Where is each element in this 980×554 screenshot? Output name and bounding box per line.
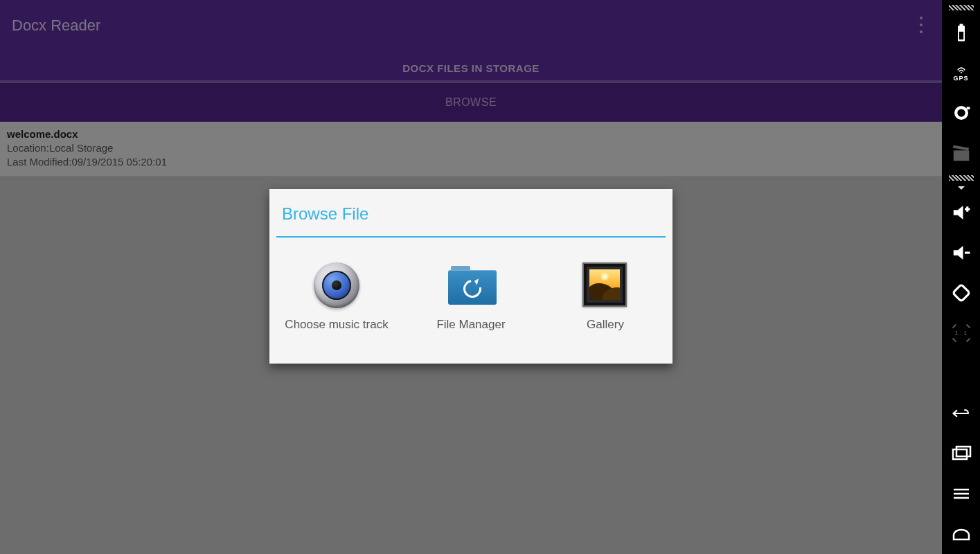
gps-label: GPS	[953, 75, 968, 82]
svg-marker-6	[952, 145, 969, 151]
svg-marker-7	[953, 206, 963, 220]
camera-icon[interactable]	[942, 93, 980, 133]
svg-marker-8	[953, 246, 963, 260]
chevron-down-icon	[942, 183, 980, 193]
rotate-icon[interactable]	[942, 273, 980, 313]
gps-icon[interactable]: GPS	[942, 53, 980, 93]
option-gallery[interactable]: Gallery	[543, 262, 668, 332]
volume-up-icon[interactable]	[942, 193, 980, 233]
svg-point-1	[961, 72, 962, 73]
option-label: File Manager	[436, 318, 505, 332]
dialog-title: Browse File	[269, 189, 672, 236]
option-choose-music-track[interactable]: Choose music track	[274, 262, 399, 332]
option-label: Choose music track	[285, 318, 388, 332]
svg-rect-5	[953, 150, 969, 161]
option-file-manager[interactable]: File Manager	[409, 262, 533, 332]
gallery-icon	[582, 262, 628, 308]
sidebar-chevron	[942, 173, 980, 183]
recents-icon[interactable]	[942, 434, 980, 474]
music-track-icon	[314, 262, 359, 308]
browse-file-dialog: Browse File Choose music track File Mana…	[269, 189, 672, 364]
svg-rect-0	[959, 32, 963, 39]
back-icon[interactable]	[942, 393, 980, 434]
svg-rect-11	[956, 447, 970, 456]
dialog-options: Choose music track File Manager	[269, 238, 672, 332]
sidebar-top-pattern	[942, 3, 980, 12]
svg-rect-9	[952, 285, 970, 302]
svg-rect-10	[953, 449, 967, 459]
volume-down-icon[interactable]	[942, 233, 980, 273]
svg-rect-4	[966, 107, 970, 109]
home-icon[interactable]	[942, 514, 980, 554]
emulator-sidebar: GPS 1 : 1	[942, 0, 980, 554]
scale-label: 1 : 1	[955, 330, 968, 337]
option-label: Gallery	[587, 318, 624, 332]
svg-point-3	[957, 109, 965, 116]
app-window: Docx Reader DOCX FILES IN STORAGE BROWSE…	[0, 0, 942, 554]
file-manager-icon	[448, 262, 494, 308]
menu-icon[interactable]	[942, 474, 980, 514]
clapperboard-icon	[942, 133, 980, 173]
scale-1-1-icon: 1 : 1	[942, 313, 980, 353]
battery-icon[interactable]	[942, 12, 980, 53]
